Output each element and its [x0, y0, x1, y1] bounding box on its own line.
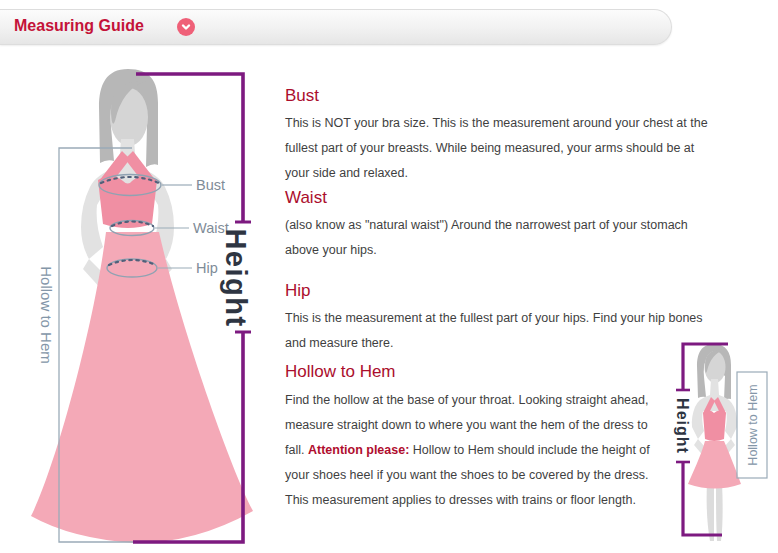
bust-label: Bust — [196, 177, 225, 193]
hip-section-body: This is the measurement at the fullest p… — [285, 306, 722, 356]
small-height-label: Height — [674, 398, 691, 454]
hollow-to-hem-section-heading: Hollow to Hem — [285, 362, 396, 382]
attention-label: Attention please: — [308, 443, 409, 457]
page-title: Measuring Guide — [14, 17, 144, 35]
small-figure-leg-right — [716, 483, 723, 541]
waist-section-body: (also know as "natural waist") Around th… — [285, 213, 722, 263]
height-label: Height — [220, 228, 252, 327]
small-hollow-to-hem-label: Hollow to Hem — [746, 384, 760, 465]
chevron-down-icon[interactable] — [177, 18, 195, 36]
hollow-to-hem-section-body: Find the hollow at the base of your thro… — [285, 388, 665, 513]
small-height-diagram: Hollow to Hem Height — [660, 335, 778, 553]
hip-section-heading: Hip — [285, 281, 311, 301]
bust-section-body: This is NOT your bra size. This is the m… — [285, 111, 722, 186]
dress-measurement-diagram: Bust Waist Hip Height Hollow to Hem — [0, 55, 280, 553]
bust-section-heading: Bust — [285, 86, 319, 106]
small-dress-skirt — [688, 441, 741, 489]
hip-label: Hip — [196, 260, 218, 276]
small-dress-bodice — [703, 411, 726, 442]
waist-section-heading: Waist — [285, 188, 327, 208]
small-figure-leg-left — [707, 483, 714, 541]
measuring-guide-page: Measuring Guide — [0, 0, 778, 553]
measuring-guide-header[interactable]: Measuring Guide — [0, 9, 672, 45]
hollow-to-hem-label: Hollow to Hem — [38, 266, 55, 364]
dress-skirt — [31, 232, 253, 543]
